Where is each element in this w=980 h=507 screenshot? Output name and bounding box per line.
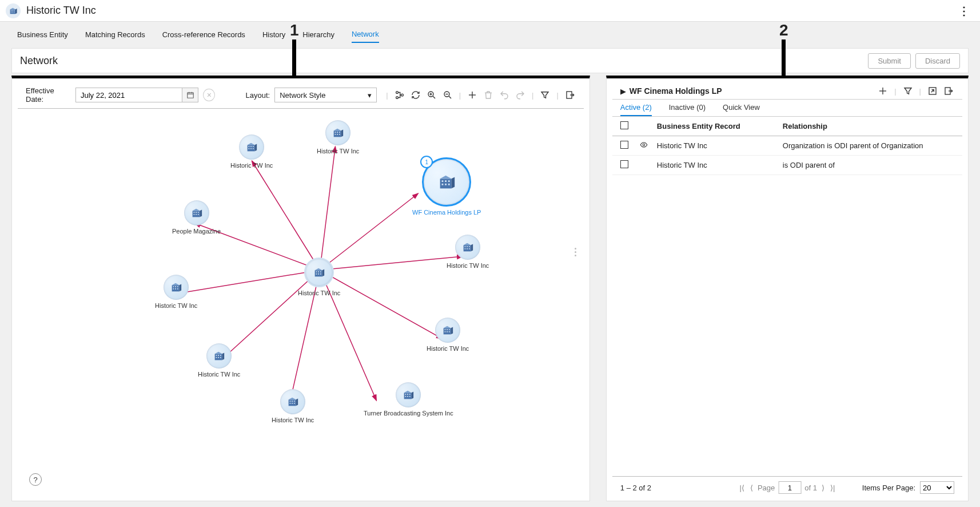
building-icon[interactable] <box>164 275 189 300</box>
svg-rect-68 <box>177 286 178 287</box>
open-external-icon[interactable] <box>927 85 938 97</box>
svg-rect-124 <box>318 274 319 275</box>
graph-node[interactable]: Historic TW Inc <box>155 275 197 309</box>
add-icon[interactable] <box>467 89 478 101</box>
graph-node[interactable]: Historic TW Inc <box>447 235 489 269</box>
svg-rect-72 <box>215 354 222 360</box>
section-header: Network Submit Discard 1 2 <box>11 48 969 73</box>
svg-rect-49 <box>250 146 252 147</box>
building-icon[interactable] <box>435 318 460 343</box>
items-per-page-select[interactable]: 20 <box>920 481 954 494</box>
zoom-out-icon[interactable] <box>442 89 453 101</box>
chevron-down-icon: ▾ <box>368 91 372 100</box>
pager-prev-icon[interactable]: ⟨ <box>749 484 754 492</box>
pager-next-icon[interactable]: ⟩ <box>820 484 826 492</box>
org-chart-icon[interactable] <box>394 89 405 101</box>
filter-icon[interactable] <box>539 89 551 101</box>
undo-icon[interactable] <box>499 89 510 101</box>
building-icon[interactable] <box>455 235 480 260</box>
table-row[interactable]: Historic TW Inc is ODI parent of <box>612 156 962 175</box>
svg-rect-104 <box>449 329 450 330</box>
tab-active-relationships[interactable]: Active (2) <box>620 103 652 116</box>
building-icon[interactable] <box>325 120 350 145</box>
effective-date-field[interactable] <box>76 88 182 102</box>
svg-rect-96 <box>405 396 407 397</box>
node-label: Historic TW Inc <box>317 148 359 155</box>
refresh-icon[interactable] <box>410 89 421 101</box>
pager-last-icon[interactable]: ⟩| <box>829 484 836 492</box>
graph-node[interactable]: Historic TW Inc <box>298 258 340 296</box>
expand-caret-icon[interactable]: ▶ <box>620 87 626 96</box>
svg-marker-127 <box>440 176 452 179</box>
svg-rect-116 <box>469 248 470 249</box>
select-all-checkbox[interactable] <box>620 121 628 129</box>
pager-first-icon[interactable]: |⟨ <box>739 484 746 492</box>
graph-node[interactable]: Historic TW Inc <box>230 134 273 169</box>
network-graph[interactable]: Historic TW IncHistoric TW IncPeople Mag… <box>12 109 589 473</box>
graph-node[interactable]: 1WF Cinema Holdings LP <box>412 157 481 216</box>
graph-toolbar: Effective Date: × Layout: Network Style … <box>18 78 584 109</box>
tab-cross-reference[interactable]: Cross-reference Records <box>162 30 245 42</box>
table-row[interactable]: Historic TW Inc Organization is ODI pare… <box>612 136 962 156</box>
tab-history[interactable]: History <box>262 30 285 42</box>
svg-rect-120 <box>316 271 317 272</box>
graph-node[interactable]: People Magazine <box>172 200 221 235</box>
building-icon[interactable] <box>206 343 232 369</box>
zoom-in-icon[interactable] <box>426 89 437 101</box>
svg-rect-123 <box>316 274 317 275</box>
effective-date-input[interactable] <box>75 88 198 102</box>
help-icon[interactable]: ? <box>29 473 42 486</box>
svg-rect-48 <box>249 146 250 147</box>
redo-icon[interactable] <box>515 89 526 101</box>
submit-button[interactable]: Submit <box>868 53 910 69</box>
pager-page-input[interactable] <box>778 481 801 494</box>
svg-rect-59 <box>197 212 198 213</box>
svg-rect-88 <box>292 403 293 404</box>
calendar-icon[interactable] <box>182 88 198 102</box>
graph-node[interactable]: Historic TW Inc <box>317 120 359 155</box>
clear-date-icon[interactable]: × <box>203 89 215 101</box>
row-checkbox[interactable] <box>620 141 628 149</box>
discard-button[interactable]: Discard <box>915 53 960 69</box>
building-icon[interactable] <box>396 382 421 407</box>
tab-inactive-relationships[interactable]: Inactive (0) <box>669 103 706 116</box>
graph-node[interactable]: Turner Broadcasting System Inc <box>364 382 453 417</box>
add-relationship-icon[interactable] <box>877 85 889 97</box>
svg-rect-62 <box>197 214 198 215</box>
layout-select[interactable]: Network Style ▾ <box>274 88 377 102</box>
tab-hierarchy[interactable]: Hierarchy <box>302 30 334 42</box>
kebab-menu-icon[interactable]: ⋮ <box>954 2 974 20</box>
row-checkbox[interactable] <box>620 160 628 168</box>
relationships-table: Business Entity Record Relationship Hist… <box>612 117 962 175</box>
graph-node[interactable]: Historic TW Inc <box>272 389 314 423</box>
svg-rect-112 <box>467 246 468 247</box>
pane-resize-handle[interactable] <box>573 248 577 259</box>
svg-rect-70 <box>175 288 176 290</box>
header-title: Historic TW Inc <box>26 5 96 17</box>
graph-node[interactable]: Historic TW Inc <box>427 318 469 352</box>
col-header-entity[interactable]: Business Entity Record <box>657 122 783 130</box>
svg-rect-66 <box>173 286 174 287</box>
svg-rect-4 <box>13 10 13 10</box>
graph-node[interactable]: Historic TW Inc <box>198 343 240 378</box>
building-icon[interactable] <box>184 200 209 225</box>
tab-network[interactable]: Network <box>352 30 379 43</box>
export-relationships-icon[interactable] <box>943 85 954 97</box>
svg-rect-9 <box>188 93 194 98</box>
eye-icon[interactable] <box>640 142 648 150</box>
building-icon[interactable] <box>239 134 264 160</box>
export-icon[interactable] <box>564 89 576 101</box>
pager-range: 1 – 2 of 2 <box>620 484 651 492</box>
building-icon[interactable] <box>304 258 334 287</box>
building-icon[interactable] <box>280 389 305 414</box>
filter-relationships-icon[interactable] <box>902 85 914 97</box>
tab-business-entity[interactable]: Business Entity <box>17 30 68 42</box>
col-header-relationship[interactable]: Relationship <box>783 122 954 130</box>
delete-icon[interactable] <box>483 89 494 101</box>
building-icon[interactable]: 1 <box>422 157 471 207</box>
page-title: Network <box>20 55 58 67</box>
tab-quick-view[interactable]: Quick View <box>723 103 760 116</box>
tab-matching-records[interactable]: Matching Records <box>85 30 145 42</box>
svg-rect-53 <box>253 148 254 149</box>
svg-rect-80 <box>220 357 221 358</box>
